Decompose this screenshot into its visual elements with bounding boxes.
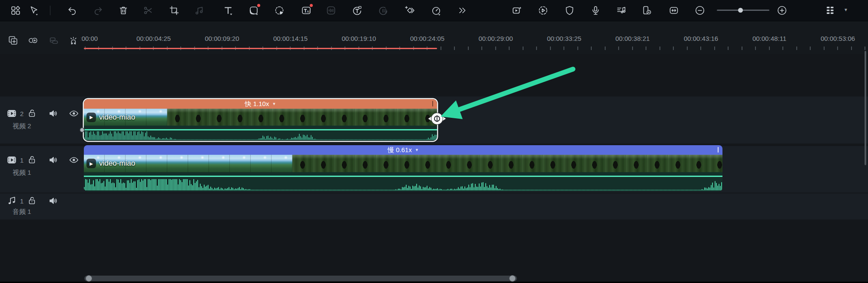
zoom-slider-handle[interactable] <box>738 8 743 13</box>
thumbnail-forest <box>563 155 584 172</box>
eye-icon[interactable] <box>69 108 79 119</box>
thumbnail-forest <box>480 155 501 172</box>
thumbnail-beach <box>167 155 188 172</box>
ruler-timestamp: 00:00:48:11 <box>752 35 786 42</box>
speaker-icon[interactable] <box>48 108 59 119</box>
copyright-shield-icon[interactable] <box>562 3 577 18</box>
clip-speed-header[interactable]: 快 1.10x▼ <box>84 99 437 109</box>
timeline-clip-video-miao[interactable]: 慢 0.61x▼▶video-miao <box>84 145 722 191</box>
zoom-in-icon[interactable] <box>775 3 789 18</box>
thumbnail-forest <box>167 109 188 126</box>
thumbnail-forest <box>709 155 722 172</box>
track-row-音频1[interactable]: 1音频 1 <box>0 193 868 220</box>
thumbnail-beach <box>230 155 251 172</box>
thumbnail-forest <box>459 155 480 172</box>
clip-thumbnails <box>84 155 722 172</box>
text-to-speech-icon[interactable] <box>350 3 364 18</box>
thumbnail-forest <box>501 155 522 172</box>
thumbnail-beach <box>251 155 272 172</box>
timeline-subbar: 00:00:0000:00:04:2500:00:09:2000:00:14:1… <box>0 21 868 54</box>
add-keyframe-icon[interactable] <box>402 3 417 18</box>
smart-cutout-icon[interactable] <box>272 3 287 18</box>
zoom-out-icon[interactable] <box>692 3 707 18</box>
track-layout-icon[interactable] <box>823 3 838 18</box>
speed-dropdown-caret-icon: ▼ <box>272 102 276 106</box>
speaker-icon[interactable] <box>48 155 59 165</box>
toolbar-divider <box>50 6 50 15</box>
thumbnail-beach <box>146 109 167 126</box>
clip-speed-label: 快 1.10x <box>245 100 269 108</box>
select-tool-icon[interactable] <box>27 3 41 18</box>
audio-beat-icon <box>192 3 207 18</box>
clip-speed-header[interactable]: 慢 0.61x▼ <box>84 145 722 155</box>
clip-audio-strip <box>84 172 722 191</box>
overlay-mask-icon[interactable] <box>246 3 261 18</box>
thumbnail-forest <box>188 109 209 126</box>
speed-icon[interactable] <box>429 3 444 18</box>
crop-icon[interactable] <box>167 3 182 18</box>
clip-audio-strip <box>84 126 437 141</box>
thumbnail-forest <box>689 155 709 172</box>
ruler-timestamp: 00:00:24:05 <box>410 35 444 42</box>
add-to-track-icon[interactable] <box>6 33 20 47</box>
audio-accent-line <box>84 176 722 177</box>
speaker-icon[interactable] <box>48 196 59 206</box>
thumbnail-beach <box>272 155 292 172</box>
video-editor-timeline-panel: AI▼ 00:00:0000:00:04:2500:00:09:2000:00:… <box>0 0 868 283</box>
horizontal-scrollbar[interactable] <box>84 276 517 281</box>
ruler-timestamp: 00:00:29:00 <box>478 35 513 42</box>
thumbnail-forest <box>647 155 668 172</box>
thumbnail-forest <box>230 109 251 126</box>
text-tool-icon[interactable] <box>221 3 235 18</box>
ruler-timestamp: 00:00:33:25 <box>547 35 581 42</box>
thumbnail-forest <box>626 155 647 172</box>
ruler-timestamp: 00:00:04:25 <box>136 35 171 42</box>
timeline-ruler[interactable]: 00:00:0000:00:04:2500:00:09:2000:00:14:1… <box>81 34 868 44</box>
speech-recognition-icon <box>376 3 391 18</box>
more-tools-icon[interactable] <box>455 3 470 18</box>
thumbnail-forest <box>313 155 334 172</box>
lock-open-icon[interactable] <box>27 108 37 119</box>
lock-open-icon[interactable] <box>27 155 37 165</box>
lock-open-icon[interactable] <box>27 196 37 206</box>
undo-icon[interactable] <box>65 3 80 18</box>
thumbnail-forest <box>417 155 438 172</box>
zoom-slider[interactable] <box>717 10 769 11</box>
track-label: 视频 2 <box>13 122 31 130</box>
thumbnail-forest <box>584 155 605 172</box>
scrollbar-left-knob[interactable] <box>86 275 92 282</box>
thumbnail-forest <box>313 109 334 126</box>
clip-speed-label: 慢 0.61x <box>388 146 412 154</box>
loop-play-icon[interactable] <box>536 3 550 18</box>
clip-trim-mark <box>718 147 719 153</box>
delete-icon[interactable] <box>116 3 131 18</box>
svg-text:AI: AI <box>307 10 309 13</box>
audio-denoise-icon <box>324 3 338 18</box>
preview-device-icon[interactable] <box>639 3 654 18</box>
track-layout-caret-icon[interactable]: ▼ <box>844 7 848 12</box>
apps-grid-icon[interactable] <box>8 3 23 18</box>
thumbnail-forest <box>397 109 417 126</box>
thumbnail-forest <box>543 155 563 172</box>
link-clips-icon[interactable] <box>26 33 40 47</box>
snap-magnet-icon[interactable] <box>66 33 80 47</box>
ai-text-icon[interactable]: AI <box>299 3 314 18</box>
track-type-icon: 1 <box>6 196 23 206</box>
thumbnail-beach <box>126 155 146 172</box>
ruler-timestamp: 00:00:00 <box>81 35 98 42</box>
audio-waveform <box>84 179 722 190</box>
ruler-timestamp: 00:00:19:10 <box>341 35 376 42</box>
voiceover-mic-icon[interactable] <box>588 3 603 18</box>
timeline-clip-video-miao-selected[interactable]: 快 1.10x▼▶video-miao <box>84 99 437 141</box>
beat-sync-icon[interactable] <box>614 3 629 18</box>
scrollbar-right-knob[interactable] <box>509 275 516 282</box>
fit-timeline-icon[interactable] <box>666 3 681 18</box>
thumbnail-forest <box>292 155 313 172</box>
thumbnail-forest <box>522 155 543 172</box>
thumbnail-forest <box>355 155 376 172</box>
ruler-timestamp: 00:00:09:20 <box>205 35 239 42</box>
export-snippet-icon[interactable] <box>510 3 524 18</box>
vertical-scrollbar[interactable] <box>865 51 866 165</box>
eye-icon[interactable] <box>69 155 79 165</box>
thumbnail-forest <box>438 155 459 172</box>
